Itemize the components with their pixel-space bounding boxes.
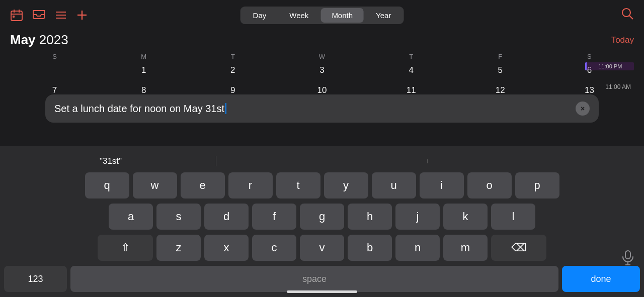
- top-bar-left: [10, 9, 88, 22]
- calendar-icon[interactable]: [10, 9, 23, 22]
- day-header-m: M: [99, 51, 188, 62]
- num-key[interactable]: 123: [4, 266, 67, 292]
- key-c[interactable]: c: [252, 235, 296, 261]
- key-o[interactable]: o: [467, 172, 512, 199]
- cal-day-4[interactable]: 4: [367, 62, 456, 82]
- key-t[interactable]: t: [276, 172, 320, 199]
- key-k[interactable]: k: [443, 204, 488, 230]
- key-h[interactable]: h: [348, 204, 392, 230]
- key-y[interactable]: y: [324, 172, 368, 199]
- key-row-3: ⇧ z x c v b n m ⌫: [4, 235, 640, 261]
- calendar-header: May 2023 Today: [0, 30, 644, 51]
- list-icon[interactable]: [54, 10, 67, 21]
- text-input-content: Set a lunch date for noon on May 31st: [54, 103, 576, 115]
- key-f[interactable]: f: [252, 204, 296, 230]
- key-v[interactable]: v: [300, 235, 344, 261]
- key-a[interactable]: a: [109, 204, 153, 230]
- key-d[interactable]: d: [204, 204, 249, 230]
- calendar-week1: 1 2 3 4 5 6 11:00 PM: [0, 62, 644, 82]
- cal-day-6[interactable]: 6 11:00 PM: [545, 62, 634, 82]
- year-value: 2023: [39, 32, 68, 47]
- microphone-icon[interactable]: [622, 250, 634, 269]
- shift-key[interactable]: ⇧: [98, 235, 153, 261]
- segment-month[interactable]: Month: [320, 8, 364, 23]
- view-segment-control: Day Week Month Year: [240, 7, 404, 24]
- key-z[interactable]: z: [156, 235, 201, 261]
- key-s[interactable]: s: [156, 204, 201, 230]
- month-year-title: May 2023: [10, 32, 68, 48]
- predictive-word-1[interactable]: "31st": [5, 153, 216, 169]
- svg-rect-12: [625, 251, 630, 259]
- key-g[interactable]: g: [300, 204, 344, 230]
- day-header-s2: S: [545, 51, 634, 62]
- event-block-1: 11:00 PM: [585, 62, 634, 70]
- today-button[interactable]: Today: [611, 35, 634, 45]
- clear-button[interactable]: ×: [576, 102, 590, 116]
- cal-day-3[interactable]: 3: [277, 62, 366, 82]
- key-q[interactable]: q: [85, 172, 129, 199]
- key-n[interactable]: n: [395, 235, 440, 261]
- day-header-s1: S: [10, 51, 99, 62]
- day-headers: S M T W T F S: [0, 51, 644, 62]
- day-header-f: F: [456, 51, 545, 62]
- key-i[interactable]: i: [420, 172, 464, 199]
- space-key[interactable]: space: [70, 266, 558, 292]
- cal-day-2[interactable]: 2: [188, 62, 277, 82]
- svg-line-11: [629, 16, 633, 19]
- predictive-word-3[interactable]: [428, 158, 639, 164]
- key-row-1: q w e r t y u i o p: [4, 172, 640, 199]
- segment-week[interactable]: Week: [278, 8, 319, 23]
- cal-day-5[interactable]: 5: [456, 62, 545, 82]
- key-w[interactable]: w: [133, 172, 177, 199]
- key-l[interactable]: l: [491, 204, 535, 230]
- delete-key[interactable]: ⌫: [491, 235, 546, 261]
- key-row-2: a s d f g h j k l: [4, 204, 640, 230]
- top-bar: Day Week Month Year: [0, 0, 644, 30]
- segment-day[interactable]: Day: [242, 8, 278, 23]
- input-text: Set a lunch date for noon on May 31st: [54, 103, 224, 115]
- top-bar-right: [621, 7, 634, 23]
- key-r[interactable]: r: [228, 172, 273, 199]
- key-e[interactable]: e: [181, 172, 225, 199]
- key-j[interactable]: j: [395, 204, 440, 230]
- day-header-w: W: [277, 51, 366, 62]
- day-header-t2: T: [367, 51, 456, 62]
- key-m[interactable]: m: [443, 235, 488, 261]
- svg-point-10: [622, 9, 630, 17]
- cal-day-1[interactable]: 1: [99, 62, 188, 82]
- key-u[interactable]: u: [372, 172, 416, 199]
- keyboard-area: "31st" q w e r t y u i o p a s d f g h j…: [0, 146, 644, 297]
- done-key[interactable]: done: [562, 266, 640, 292]
- key-p[interactable]: p: [515, 172, 559, 199]
- keyboard-rows: q w e r t y u i o p a s d f g h j k l ⇧ …: [0, 172, 644, 297]
- predictive-word-2[interactable]: [216, 158, 428, 164]
- month-label: May: [10, 32, 36, 47]
- key-x[interactable]: x: [204, 235, 249, 261]
- segment-year[interactable]: Year: [365, 8, 402, 23]
- day-header-t1: T: [188, 51, 277, 62]
- predictive-bar: "31st": [0, 150, 644, 172]
- add-icon[interactable]: [76, 10, 88, 21]
- text-cursor: [225, 103, 226, 114]
- inbox-icon[interactable]: [32, 10, 45, 21]
- search-icon[interactable]: [621, 10, 634, 23]
- svg-rect-4: [13, 16, 15, 18]
- text-input-bar[interactable]: Set a lunch date for noon on May 31st ×: [45, 94, 599, 123]
- key-b[interactable]: b: [348, 235, 392, 261]
- key-row-4: 123 space done: [4, 266, 640, 292]
- home-indicator: [287, 290, 357, 293]
- event-time-2: 11:00 AM: [602, 82, 634, 91]
- cal-empty: [10, 62, 99, 82]
